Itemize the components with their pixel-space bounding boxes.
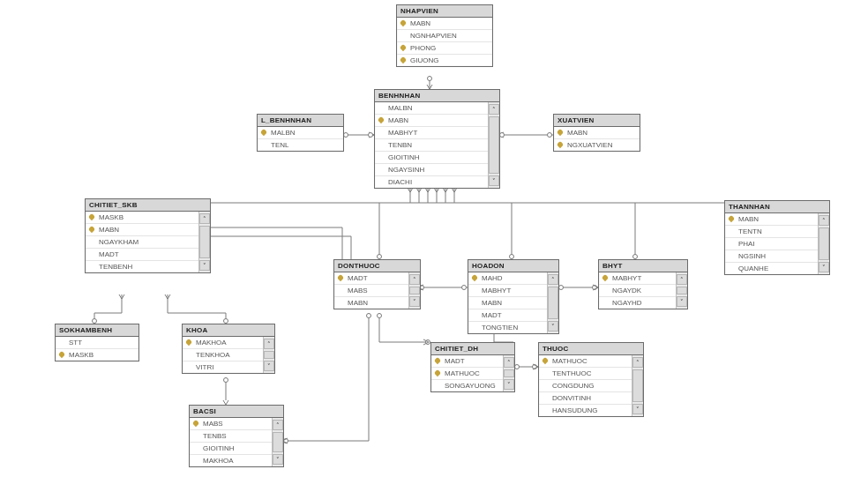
scroll-down-icon[interactable]: ˅: [273, 454, 283, 465]
scroll-up-icon[interactable]: ˄: [632, 357, 643, 368]
column-row[interactable]: NGAYDK: [599, 285, 676, 297]
scroll-up-icon[interactable]: ˄: [504, 357, 514, 368]
column-row[interactable]: GIOITINH: [190, 443, 272, 455]
scroll-down-icon[interactable]: ˅: [409, 296, 420, 307]
scroll-up-icon[interactable]: ˄: [677, 274, 687, 285]
scroll-track[interactable]: [677, 287, 687, 294]
scrollbar[interactable]: ˄ ˅: [272, 418, 283, 466]
scroll-down-icon[interactable]: ˅: [504, 379, 514, 390]
column-row[interactable]: MADT: [468, 309, 547, 322]
scroll-up-icon[interactable]: ˄: [548, 274, 558, 285]
scrollbar[interactable]: ˄ ˅: [676, 272, 687, 309]
table-thannhan[interactable]: THANNHAN MABNTENTNPHAINGSINHQUANHE ˄ ˅: [724, 200, 830, 275]
column-row[interactable]: MADT: [334, 272, 408, 285]
column-row[interactable]: MABHYT: [375, 127, 488, 139]
column-row[interactable]: QUANHE: [725, 263, 818, 274]
table-benhnhan[interactable]: BENHNHAN MALBNMABNMABHYTTENBNGIOITINHNGA…: [374, 89, 500, 189]
table-khoa[interactable]: KHOA MAKHOATENKHOAVITRI ˄ ˅: [182, 324, 275, 374]
column-row[interactable]: MABN: [86, 224, 198, 236]
column-row[interactable]: MABN: [725, 213, 818, 226]
scroll-track[interactable]: [819, 227, 829, 260]
column-row[interactable]: MABN: [397, 18, 492, 30]
scroll-down-icon[interactable]: ˅: [199, 260, 210, 271]
scrollbar[interactable]: ˄ ˅: [263, 337, 274, 373]
column-row[interactable]: STT: [56, 337, 138, 349]
scroll-track[interactable]: [409, 287, 420, 294]
scroll-up-icon[interactable]: ˄: [409, 274, 420, 285]
table-l-benhnhan[interactable]: L_BENHNHAN MALBNTENL: [257, 114, 344, 152]
scroll-track[interactable]: [548, 287, 558, 319]
column-row[interactable]: TENTHUOC: [539, 368, 632, 380]
column-row[interactable]: TENTN: [725, 226, 818, 238]
column-row[interactable]: MADT: [431, 355, 503, 368]
column-row[interactable]: NGXUATVIEN: [554, 139, 640, 151]
column-row[interactable]: TENBENH: [86, 261, 198, 272]
column-row[interactable]: TENBS: [190, 430, 272, 443]
column-row[interactable]: MABN: [334, 297, 408, 309]
column-row[interactable]: MALBN: [375, 102, 488, 115]
scroll-up-icon[interactable]: ˄: [819, 215, 829, 226]
table-donthuoc[interactable]: DONTHUOC MADTMABSMABN ˄ ˅: [333, 259, 421, 309]
scrollbar[interactable]: ˄ ˅: [503, 355, 514, 391]
column-row[interactable]: PHAI: [725, 238, 818, 250]
column-row[interactable]: GIUONG: [397, 55, 492, 66]
table-nhapvien[interactable]: NHAPVIEN MABNNGNHAPVIENPHONGGIUONG: [396, 4, 493, 67]
column-row[interactable]: MALBN: [258, 127, 343, 139]
scroll-down-icon[interactable]: ˅: [489, 175, 499, 186]
scroll-up-icon[interactable]: ˄: [199, 213, 210, 224]
column-row[interactable]: TENKHOA: [183, 349, 263, 361]
column-row[interactable]: MATHUOC: [539, 355, 632, 368]
column-row[interactable]: NGAYHD: [599, 297, 676, 309]
scroll-up-icon[interactable]: ˄: [273, 420, 283, 430]
scroll-track[interactable]: [199, 226, 210, 258]
column-row[interactable]: MABHYT: [599, 272, 676, 285]
table-sokhambenh[interactable]: SOKHAMBENH STTMASKB: [55, 324, 139, 361]
scroll-track[interactable]: [489, 116, 499, 174]
column-row[interactable]: MAHD: [468, 272, 547, 285]
scroll-down-icon[interactable]: ˅: [819, 262, 829, 272]
column-row[interactable]: CONGDUNG: [539, 380, 632, 392]
column-row[interactable]: MABN: [554, 127, 640, 139]
table-chitiet-skb[interactable]: CHITIET_SKB MASKBMABNNGAYKHAMMADTTENBENH…: [85, 198, 211, 273]
column-row[interactable]: NGSINH: [725, 250, 818, 263]
scroll-down-icon[interactable]: ˅: [632, 404, 643, 414]
column-row[interactable]: DONVITINH: [539, 392, 632, 405]
column-row[interactable]: MABS: [190, 418, 272, 430]
column-row[interactable]: MABN: [375, 115, 488, 127]
scrollbar[interactable]: ˄ ˅: [818, 213, 829, 274]
table-bacsi[interactable]: BACSI MABSTENBSGIOITINHMAKHOA ˄ ˅: [189, 405, 284, 467]
scrollbar[interactable]: ˄ ˅: [198, 212, 210, 272]
scroll-track[interactable]: [264, 351, 274, 359]
scrollbar[interactable]: ˄ ˅: [488, 102, 499, 188]
column-row[interactable]: MATHUOC: [431, 368, 503, 380]
scrollbar[interactable]: ˄ ˅: [547, 272, 558, 333]
column-row[interactable]: NGAYSINH: [375, 164, 488, 176]
table-hoadon[interactable]: HOADON MAHDMABHYTMABNMADTTONGTIEN ˄ ˅: [468, 259, 559, 334]
table-xuatvien[interactable]: XUATVIEN MABNNGXUATVIEN: [553, 114, 640, 152]
table-bhyt[interactable]: BHYT MABHYTNGAYDKNGAYHD ˄ ˅: [598, 259, 688, 309]
column-row[interactable]: PHONG: [397, 42, 492, 55]
column-row[interactable]: TENBN: [375, 139, 488, 152]
column-row[interactable]: DIACHI: [375, 176, 488, 188]
table-chitiet-dh[interactable]: CHITIET_DH MADTMATHUOCSONGAYUONG ˄ ˅: [430, 342, 515, 392]
column-row[interactable]: MADT: [86, 249, 198, 261]
scroll-track[interactable]: [273, 432, 283, 452]
column-row[interactable]: MASKB: [56, 349, 138, 361]
scrollbar[interactable]: ˄ ˅: [408, 272, 420, 309]
scroll-up-icon[interactable]: ˄: [264, 339, 274, 349]
column-row[interactable]: NGAYKHAM: [86, 236, 198, 249]
column-row[interactable]: SONGAYUONG: [431, 380, 503, 391]
column-row[interactable]: MABN: [468, 297, 547, 309]
column-row[interactable]: GIOITINH: [375, 152, 488, 164]
scroll-up-icon[interactable]: ˄: [489, 104, 499, 115]
column-row[interactable]: MASKB: [86, 212, 198, 224]
column-row[interactable]: MAKHOA: [183, 337, 263, 349]
column-row[interactable]: MABHYT: [468, 285, 547, 297]
scroll-down-icon[interactable]: ˅: [677, 296, 687, 307]
table-thuoc[interactable]: THUOC MATHUOCTENTHUOCCONGDUNGDONVITINHHA…: [538, 342, 644, 417]
column-row[interactable]: TENL: [258, 139, 343, 151]
column-row[interactable]: MABS: [334, 285, 408, 297]
column-row[interactable]: VITRI: [183, 361, 263, 373]
scroll-down-icon[interactable]: ˅: [264, 361, 274, 371]
column-row[interactable]: TONGTIEN: [468, 322, 547, 333]
